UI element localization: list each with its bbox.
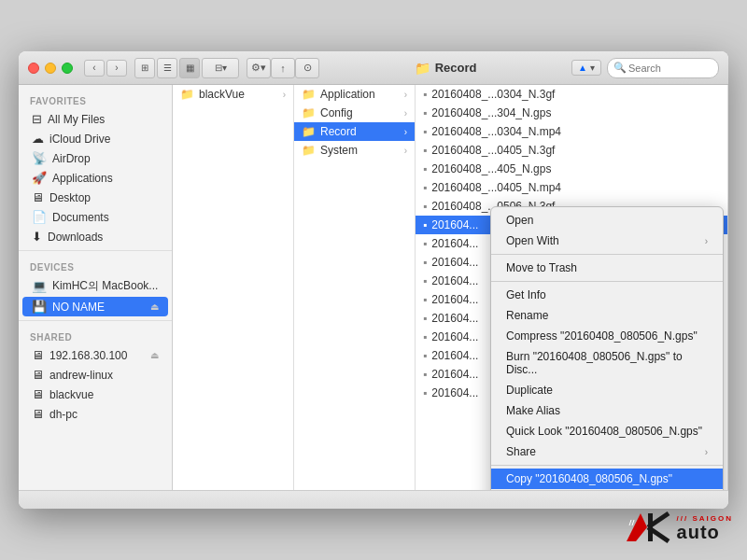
file-icon: ▪ <box>423 274 427 287</box>
ctx-open-label: Open <box>506 214 533 227</box>
list-item[interactable]: 📁 blackVue › <box>173 85 293 104</box>
sidebar-item-downloads[interactable]: ⬇ Downloads <box>22 227 168 246</box>
sidebar-item-macbook[interactable]: 💻 KimHC의 MacBook... <box>22 275 168 297</box>
sidebar-item-documents[interactable]: 📄 Documents <box>22 207 168 227</box>
file-icon: ▪ <box>423 368 427 381</box>
network-icon-4: 🖥 <box>32 407 44 421</box>
finder-window: ‹ › ⊞ ☰ ▦ ⊟▾ ⚙▾ ↑ ⊙ 📁 Record ▲ ▾ 🔍 <box>19 51 728 509</box>
sidebar-item-label: blackvue <box>49 388 93 401</box>
window-title-area: 📁 Record <box>319 61 571 76</box>
sidebar-item-label: 192.168.30.100 <box>49 349 127 362</box>
svg-marker-0 <box>627 513 647 541</box>
back-button[interactable]: ‹ <box>84 60 105 77</box>
sidebar-divider-1 <box>19 250 172 251</box>
ctx-quick-look[interactable]: Quick Look "20160408_080506_N.gps" <box>491 421 723 441</box>
arrow-icon: › <box>404 108 407 119</box>
sidebar-item-label: Documents <box>52 211 109 224</box>
sidebar-item-label: KimHC의 MacBook... <box>52 278 158 294</box>
brand-text-area: /// SAIGON auto <box>677 514 733 541</box>
airdrop-icon: 📡 <box>32 151 47 165</box>
ctx-share-label: Share <box>506 445 536 458</box>
ctx-share-arrow: › <box>705 447 708 457</box>
sidebar-item-icloud-drive[interactable]: ☁ iCloud Drive <box>22 129 168 148</box>
dropbox-arrow: ▾ <box>590 63 595 73</box>
list-item[interactable]: 📁 Config › <box>294 104 415 122</box>
file-icon: ▪ <box>423 349 427 362</box>
ctx-compress[interactable]: Compress "20160408_080506_N.gps" <box>491 326 723 346</box>
arrow-icon: › <box>283 90 286 100</box>
sidebar-item-applications[interactable]: 🚀 Applications <box>22 168 168 188</box>
ctx-make-alias[interactable]: Make Alias <box>491 400 723 421</box>
tag-button[interactable]: ⊙ <box>295 58 319 78</box>
view-buttons: ⊞ ☰ ▦ ⊟▾ <box>134 58 239 78</box>
file-icon: ▪ <box>423 386 427 399</box>
arrow-icon: › <box>404 127 407 137</box>
maximize-button[interactable] <box>62 63 73 74</box>
ctx-duplicate[interactable]: Duplicate <box>491 380 723 400</box>
ctx-burn[interactable]: Burn "20160408_080506_N.gps" to Disc... <box>491 346 723 380</box>
network-icon-2: 🖥 <box>32 368 44 382</box>
view-icon-button[interactable]: ⊞ <box>134 58 155 78</box>
view-coverflow-button[interactable]: ⊟▾ <box>202 58 239 78</box>
sidebar-item-desktop[interactable]: 🖥 Desktop <box>22 188 168 207</box>
main-content: Favorites ⊟ All My Files ☁ iCloud Drive … <box>19 85 728 490</box>
list-item[interactable]: ▪ 20160408_...0304_N.mp4 <box>416 122 727 141</box>
minimize-button[interactable] <box>45 63 56 74</box>
svg-line-5 <box>632 520 634 525</box>
ctx-open-with-label: Open With <box>506 234 559 247</box>
dropbox-button[interactable]: ▲ ▾ <box>571 60 601 76</box>
file-icon: ▪ <box>423 88 427 101</box>
documents-icon: 📄 <box>32 210 47 224</box>
ctx-get-info[interactable]: Get Info <box>491 285 723 305</box>
sidebar-item-192[interactable]: 🖥 192.168.30.100 ⏏ <box>22 345 168 365</box>
list-item[interactable]: ▪ 20160408_...0405_N.mp4 <box>416 178 727 197</box>
ctx-rename[interactable]: Rename <box>491 305 723 326</box>
file-name: blackVue <box>199 88 278 101</box>
list-item[interactable]: ▪ 20160408_...0405_N.3gf <box>416 141 727 160</box>
eject-icon-2[interactable]: ⏏ <box>150 350 159 360</box>
view-column-button[interactable]: ▦ <box>179 58 200 78</box>
file-icon: ▪ <box>423 162 427 175</box>
ctx-open-with[interactable]: Open With › <box>491 231 723 251</box>
eject-icon[interactable]: ⏏ <box>150 301 159 312</box>
view-list-button[interactable]: ☰ <box>157 58 177 78</box>
folder-icon: 📁 <box>302 88 316 101</box>
list-item[interactable]: 📁 Application › <box>294 85 415 104</box>
ctx-share[interactable]: Share › <box>491 441 723 462</box>
file-icon: ▪ <box>423 106 427 119</box>
ctx-open[interactable]: Open <box>491 210 723 231</box>
shared-label: Shared <box>19 325 172 345</box>
list-item[interactable]: 📁 Record › <box>294 122 415 141</box>
arrow-icon: › <box>404 146 407 156</box>
close-button[interactable] <box>28 63 39 74</box>
list-item[interactable]: 📁 System › <box>294 141 415 160</box>
pane-1: 📁 blackVue › <box>173 85 294 490</box>
sidebar-item-blackvue[interactable]: 🖥 blackvue <box>22 385 168 404</box>
title-folder-icon: 📁 <box>415 61 430 76</box>
share-button[interactable]: ↑ <box>271 58 295 78</box>
search-icon: 🔍 <box>613 62 627 74</box>
sidebar-item-all-my-files[interactable]: ⊟ All My Files <box>22 109 168 129</box>
ctx-move-trash-label: Move to Trash <box>506 261 577 274</box>
sidebar: Favorites ⊟ All My Files ☁ iCloud Drive … <box>19 85 173 490</box>
sidebar-item-airdrop[interactable]: 📡 AirDrop <box>22 148 168 168</box>
file-name: Record <box>320 125 400 138</box>
sidebar-item-noname[interactable]: 💾 NO NAME ⏏ <box>22 297 168 316</box>
ctx-divider-3 <box>491 465 723 466</box>
action-button[interactable]: ⚙▾ <box>247 58 271 78</box>
ak-logo <box>622 509 673 546</box>
noname-icon: 💾 <box>32 300 47 314</box>
search-wrap: 🔍 <box>607 58 719 78</box>
list-item[interactable]: ▪ 20160408_...405_N.gps <box>416 160 727 178</box>
network-icon-1: 🖥 <box>32 348 44 362</box>
toolbar-right: ▲ ▾ 🔍 <box>571 58 719 78</box>
forward-button[interactable]: › <box>106 60 127 77</box>
ctx-copy[interactable]: Copy "20160408_080506_N.gps" <box>491 469 723 489</box>
sidebar-item-andrew[interactable]: 🖥 andrew-linux <box>22 365 168 385</box>
list-item[interactable]: ▪ 20160408_...0304_N.3gf <box>416 85 727 104</box>
svg-line-4 <box>629 520 631 525</box>
ctx-move-trash[interactable]: Move to Trash <box>491 258 723 278</box>
ctx-divider-1 <box>491 254 723 255</box>
sidebar-item-dhpc[interactable]: 🖥 dh-pc <box>22 404 168 424</box>
list-item[interactable]: ▪ 20160408_...304_N.gps <box>416 104 727 122</box>
